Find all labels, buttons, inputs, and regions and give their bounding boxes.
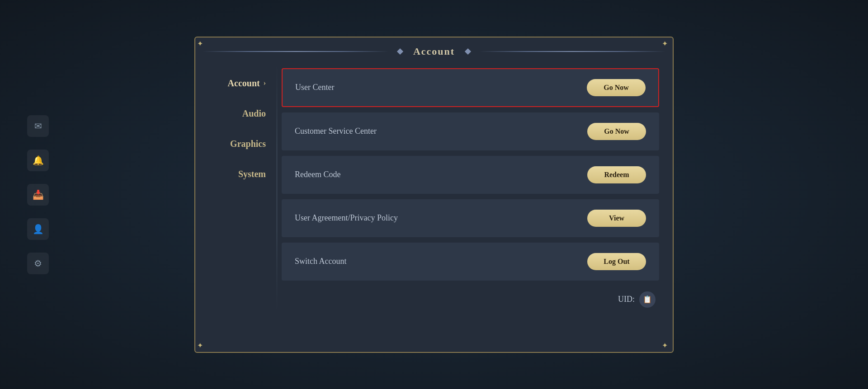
user-center-button[interactable]: Go Now	[587, 79, 646, 96]
dialog-content: Account › Audio Graphics System User Cen…	[195, 64, 673, 330]
customer-service-label: Customer Service Center	[295, 127, 377, 136]
sidebar-icon-mail[interactable]: ✉	[27, 115, 49, 137]
title-bar-diamond-left	[397, 48, 403, 54]
customer-service-button[interactable]: Go Now	[587, 123, 646, 140]
sidebar-icon-user[interactable]: 👤	[27, 218, 49, 240]
right-panel: User Center Go Now Customer Service Cent…	[277, 64, 673, 312]
sidebar: ✉ 🔔 📥 👤 ⚙	[27, 115, 49, 274]
switch-account-row: Switch Account Log Out	[282, 243, 659, 281]
sidebar-icon-settings[interactable]: ⚙	[27, 253, 49, 274]
sidebar-icon-inbox[interactable]: 📥	[27, 184, 49, 206]
copy-icon: 📋	[643, 295, 652, 304]
nav-item-system[interactable]: System	[195, 159, 277, 189]
nav-item-audio-label: Audio	[242, 108, 266, 119]
user-agreement-button[interactable]: View	[587, 210, 646, 227]
title-bar: Account	[195, 37, 673, 64]
nav-item-graphics-label: Graphics	[230, 139, 266, 149]
switch-account-button[interactable]: Log Out	[587, 253, 646, 270]
corner-decoration-br: ✦	[662, 341, 671, 350]
redeem-code-row: Redeem Code Redeem	[282, 156, 659, 194]
uid-copy-button[interactable]: 📋	[639, 291, 656, 308]
nav-arrow-account: ›	[264, 79, 266, 87]
nav-item-account[interactable]: Account ›	[195, 68, 277, 98]
uid-label: UID:	[618, 295, 635, 304]
nav-item-graphics[interactable]: Graphics	[195, 129, 277, 159]
user-agreement-label: User Agreement/Privacy Policy	[295, 213, 398, 223]
redeem-code-button[interactable]: Redeem	[587, 166, 646, 183]
user-center-label: User Center	[295, 83, 334, 92]
left-nav: Account › Audio Graphics System	[195, 64, 277, 312]
title-bar-line-right	[479, 51, 665, 52]
redeem-code-label: Redeem Code	[295, 170, 340, 179]
uid-row: UID: 📋	[282, 286, 659, 308]
user-agreement-row: User Agreement/Privacy Policy View	[282, 199, 659, 237]
sidebar-icon-bell[interactable]: 🔔	[27, 150, 49, 171]
user-center-row: User Center Go Now	[282, 68, 659, 107]
nav-item-audio[interactable]: Audio	[195, 98, 277, 129]
nav-item-account-label: Account	[228, 78, 260, 89]
switch-account-label: Switch Account	[295, 257, 347, 266]
settings-dialog: ✦ ✦ ✦ ✦ Account Account › Audio Graphics…	[194, 37, 674, 353]
corner-decoration-bl: ✦	[197, 341, 206, 350]
title-bar-diamond-right	[465, 48, 471, 54]
nav-item-system-label: System	[238, 169, 266, 179]
title-bar-line-left	[203, 51, 389, 52]
dialog-title: Account	[404, 46, 464, 57]
customer-service-row: Customer Service Center Go Now	[282, 112, 659, 150]
